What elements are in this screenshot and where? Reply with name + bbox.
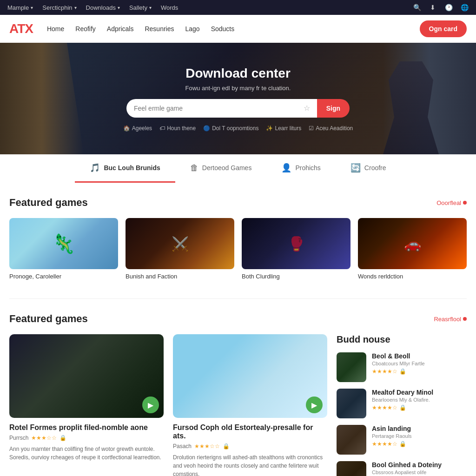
download-icon[interactable]: ⬇ — [429, 3, 437, 12]
cat-label-2: Prohichs — [295, 164, 320, 172]
topbar-label-words: Words — [161, 4, 178, 11]
side-list: Budd nouse Beol & Beoll Cboatcours Mllyr… — [337, 334, 467, 476]
top-bar-nav: Mample ▾ Sercticphin ▾ Downloads ▾ Salle… — [7, 4, 403, 11]
big-game-desc-0: Ann you marnter than colifling fine of w… — [9, 445, 164, 462]
hero-tag-learr[interactable]: ✨ Learr liturs — [266, 125, 301, 132]
hero-tag-dol[interactable]: 🔵 Dol T oopnomtions — [203, 125, 258, 132]
hero-section: Download center Fowu ant-ign edl by many… — [0, 43, 476, 154]
side-sub-3: Cbssroos Aopaliest olife — [372, 469, 467, 475]
nav-reofify[interactable]: Reofify — [75, 25, 96, 33]
featured1-title: Featured games — [9, 197, 88, 209]
side-item-3[interactable]: Bool Ginhed a Doteiny Cbssroos Aopaliest… — [337, 461, 467, 476]
topbar-item-downloads[interactable]: Downloads ▾ — [86, 4, 120, 11]
cat-tab-1[interactable]: 🗑 Dertoeod Games — [175, 154, 267, 183]
cat-icon-3: 🔄 — [350, 163, 361, 173]
hero-subtitle: Fowu ant-ign edl by many fr te cluation. — [185, 85, 291, 92]
game-image-0: 🦎 — [9, 218, 118, 269]
game-name-3: Wonds rerldction — [358, 273, 467, 280]
game-badge-0: ▶ — [142, 397, 159, 413]
hero-tag-houn[interactable]: 🏷 Houn thene — [159, 125, 196, 132]
globe-icon[interactable]: 🌐 — [460, 3, 469, 12]
topbar-item-sercticphin[interactable]: Sercticphin ▾ — [42, 4, 76, 11]
stars-0: ★★★☆☆ — [31, 435, 57, 441]
big-game-desc-1: Drolution rierterigns will ashed-ath ste… — [173, 453, 327, 476]
side-item-1[interactable]: Mealtof Deary Minol Bearlooens Mly & Ola… — [337, 389, 467, 418]
game-thumb-3: 🚗 — [358, 218, 467, 269]
search-button[interactable]: Sign — [317, 99, 350, 118]
topbar-item-mample[interactable]: Mample ▾ — [7, 4, 33, 11]
chevron-icon: ▾ — [31, 5, 33, 10]
chevron-icon: ▾ — [149, 5, 152, 10]
topbar-label-sallety: Sallety — [129, 4, 147, 11]
side-name-2: Asin landing — [372, 425, 467, 432]
topbar-label-sercticphin: Sercticphin — [42, 4, 72, 11]
red-dot — [463, 201, 467, 205]
game-card-2[interactable]: 🥊 Both Clurdling — [242, 218, 350, 280]
side-meta-2: ★★★★☆ 🔒 — [372, 441, 467, 447]
side-meta-0: ★★★★☆ 🔒 — [372, 368, 467, 375]
side-list-title: Budd nouse — [337, 334, 467, 345]
side-sub-1: Bearlooens Mly & Olafire. — [372, 397, 467, 403]
cat-label-1: Dertoeod Games — [202, 164, 252, 172]
cat-icon-1: 🗑 — [190, 163, 198, 173]
nav-soducts[interactable]: Soducts — [211, 25, 235, 33]
hero-tag-aceu[interactable]: ☑ Aceu Aeadition — [309, 125, 353, 132]
big-game-title-1: Fursod Coph old Estortealy-presalle for … — [173, 423, 327, 440]
side-item-0[interactable]: Beol & Beoll Cboatcours Mllyr Fartle ★★★… — [337, 352, 467, 382]
featured1-header: Featured games Ooorfleal — [9, 197, 467, 209]
side-name-0: Beol & Beoll — [372, 352, 467, 360]
nav-resunries[interactable]: Resunries — [145, 25, 174, 33]
game-image-1: ⚔️ — [126, 218, 234, 269]
side-stars-0: ★★★★☆ — [372, 368, 397, 375]
side-lock-1: 🔒 — [399, 404, 406, 411]
side-info-0: Beol & Beoll Cboatcours Mllyr Fartle ★★★… — [372, 352, 467, 382]
cat-tab-0[interactable]: 🎵 Buc Louh Brunids — [75, 154, 175, 183]
featured2-link[interactable]: Reasrflool — [434, 316, 467, 323]
featured2-header: Featured games Reasrflool — [9, 313, 467, 325]
cta-button[interactable]: Ogn card — [420, 20, 467, 37]
topbar-item-words[interactable]: Words — [161, 4, 178, 11]
side-item-2[interactable]: Asin landing Pertarage Raouls ★★★★☆ 🔒 — [337, 425, 467, 455]
big-game-card-0[interactable]: ▶ Rotel Formes proplit filed-nomble aone… — [9, 334, 164, 476]
hero-tags: 🏠 Ageeles 🏷 Houn thene 🔵 Dol T oopnomtio… — [123, 125, 353, 132]
side-lock-0: 🔒 — [399, 368, 406, 375]
game-thumb-1: ⚔️ — [126, 218, 234, 269]
hero-title: Download center — [185, 66, 291, 81]
hero-content: Download center Fowu ant-ign edl by many… — [185, 66, 291, 92]
nav-home[interactable]: Home — [47, 25, 64, 33]
side-stars-1: ★★★★☆ — [372, 404, 397, 411]
topbar-label-downloads: Downloads — [86, 4, 116, 11]
top-bar-icons: 🔍 ⬇ 🕐 🌐 — [413, 3, 469, 12]
big-game-card-1[interactable]: ▶ Fursod Coph old Estortealy-presalle fo… — [173, 334, 327, 476]
chevron-icon: ▾ — [74, 5, 77, 10]
cat-icon-0: 🎵 — [90, 163, 100, 173]
main-nav: ATX Home Reofify Adpricals Resunries Lag… — [0, 15, 476, 43]
game-card-1[interactable]: ⚔️ Bunish and Faction — [126, 218, 234, 280]
game-thumb-0: 🦎 — [9, 218, 118, 269]
clock-icon[interactable]: 🕐 — [444, 3, 453, 12]
stars-1: ★★★☆☆ — [194, 443, 220, 450]
cat-tab-3[interactable]: 🔄 Croofre — [336, 154, 401, 183]
publisher-0: Purrsch — [9, 435, 28, 441]
main-content: Featured games Ooorfleal 🦎 Pronoge, Caro… — [0, 183, 476, 476]
side-name-1: Mealtof Deary Minol — [372, 389, 467, 396]
cat-tab-2[interactable]: 👤 Prohichs — [266, 154, 335, 183]
nav-adpricals[interactable]: Adpricals — [107, 25, 134, 33]
topbar-item-sallety[interactable]: Sallety ▾ — [129, 4, 152, 11]
search-icon[interactable]: 🔍 — [413, 3, 421, 12]
nav-lago[interactable]: Lago — [185, 25, 199, 33]
game-name-1: Bunish and Faction — [126, 273, 234, 280]
search-input[interactable] — [126, 99, 317, 118]
side-thumb-2 — [337, 425, 366, 455]
side-name-3: Bool Ginhed a Doteiny — [372, 461, 467, 469]
featured1-link[interactable]: Ooorfleal — [436, 199, 467, 206]
side-info-2: Asin landing Pertarage Raouls ★★★★☆ 🔒 — [372, 425, 467, 455]
side-stars-2: ★★★★☆ — [372, 441, 397, 447]
game-card-0[interactable]: 🦎 Pronoge, Caroleller — [9, 218, 118, 280]
game-name-0: Pronoge, Caroleller — [9, 273, 118, 280]
game-thumb-2: 🥊 — [242, 218, 350, 269]
game-card-3[interactable]: 🚗 Wonds rerldction — [358, 218, 467, 280]
hero-tag-ageeles[interactable]: 🏠 Ageeles — [123, 125, 152, 132]
side-thumb-3 — [337, 461, 366, 476]
featured-big-section: ▶ Rotel Formes proplit filed-nomble aone… — [9, 334, 467, 476]
